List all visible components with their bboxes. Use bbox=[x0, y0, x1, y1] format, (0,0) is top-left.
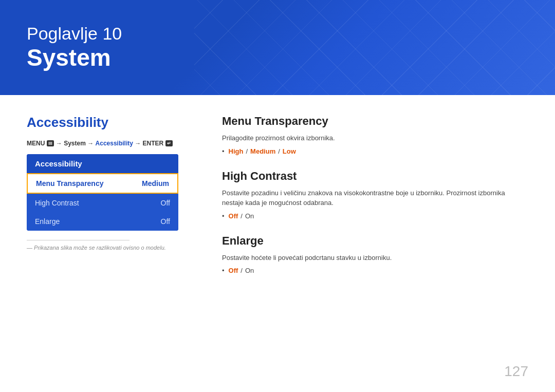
item-label-enlarge: Enlarge bbox=[35, 217, 60, 226]
menu-item-high-contrast[interactable]: High Contrast Off bbox=[27, 194, 178, 212]
opt-low: Low bbox=[283, 147, 296, 155]
feature-menu-transparency: Menu Transparency Prilagodite prozirnost… bbox=[222, 115, 528, 155]
opt-contrast-off: Off bbox=[229, 212, 238, 220]
menu-path: MENU III → System → Accessibility → ENTE… bbox=[27, 140, 191, 147]
separator bbox=[27, 240, 130, 240]
menu-path-text: → System → Accessibility → ENTER bbox=[56, 140, 163, 147]
menu-item-enlarge[interactable]: Enlarge Off bbox=[27, 212, 178, 231]
system-label: System bbox=[27, 44, 122, 72]
feature-desc-transparency: Prilagodite prozirnost okvira izbornika. bbox=[222, 133, 528, 143]
enter-icon: ↵ bbox=[165, 140, 173, 146]
menu-icon: III bbox=[47, 140, 54, 146]
item-value-enlarge: Off bbox=[161, 217, 170, 226]
sep3: / bbox=[240, 212, 243, 220]
feature-options-contrast: • Off / On bbox=[222, 212, 528, 220]
section-title: Accessibility bbox=[27, 115, 191, 130]
page-number: 127 bbox=[504, 363, 528, 380]
sep1: / bbox=[246, 147, 248, 155]
item-value-transparency: Medium bbox=[142, 179, 169, 188]
feature-title-contrast: High Contrast bbox=[222, 170, 528, 183]
opt-high: High bbox=[229, 147, 244, 155]
opt-medium: Medium bbox=[250, 147, 275, 155]
sep2: / bbox=[278, 147, 280, 155]
feature-title-enlarge: Enlarge bbox=[222, 234, 528, 248]
item-label-transparency: Menu Transparency bbox=[36, 179, 104, 188]
bullet-contrast: • bbox=[222, 212, 225, 220]
feature-desc-enlarge: Postavite hoćete li povećati podcrtanu s… bbox=[222, 253, 528, 263]
header-title: Poglavlje 10 System bbox=[27, 23, 122, 72]
footnote: ― Prikazana slika može se razlikovati ov… bbox=[27, 245, 191, 251]
accessibility-menu-box: Accessibility Menu Transparency Medium H… bbox=[27, 154, 178, 231]
box-header: Accessibility bbox=[27, 154, 178, 173]
feature-desc-contrast: Postavite pozadinu i veličinu znakova na… bbox=[222, 188, 528, 208]
page-header: Poglavlje 10 System bbox=[0, 0, 555, 95]
item-value-high-contrast: Off bbox=[161, 199, 170, 207]
opt-contrast-on: On bbox=[245, 212, 254, 220]
item-label-high-contrast: High Contrast bbox=[35, 199, 79, 207]
chapter-label: Poglavlje 10 bbox=[27, 23, 122, 44]
feature-enlarge: Enlarge Postavite hoćete li povećati pod… bbox=[222, 234, 528, 275]
menu-label: MENU bbox=[27, 140, 45, 147]
content-area: Accessibility MENU III → System → Access… bbox=[0, 95, 555, 304]
bullet-enlarge: • bbox=[222, 267, 225, 274]
feature-high-contrast: High Contrast Postavite pozadinu i velič… bbox=[222, 170, 528, 220]
opt-enlarge-off: Off bbox=[229, 267, 238, 274]
menu-item-transparency[interactable]: Menu Transparency Medium bbox=[27, 173, 178, 194]
right-panel: Menu Transparency Prilagodite prozirnost… bbox=[222, 115, 528, 289]
left-panel: Accessibility MENU III → System → Access… bbox=[27, 115, 191, 289]
feature-title-transparency: Menu Transparency bbox=[222, 115, 528, 128]
header-pattern bbox=[194, 0, 555, 95]
sep4: / bbox=[240, 267, 243, 274]
feature-options-transparency: • High / Medium / Low bbox=[222, 147, 528, 155]
opt-enlarge-on: On bbox=[245, 267, 254, 274]
bullet-transparency: • bbox=[222, 147, 225, 155]
feature-options-enlarge: • Off / On bbox=[222, 267, 528, 274]
